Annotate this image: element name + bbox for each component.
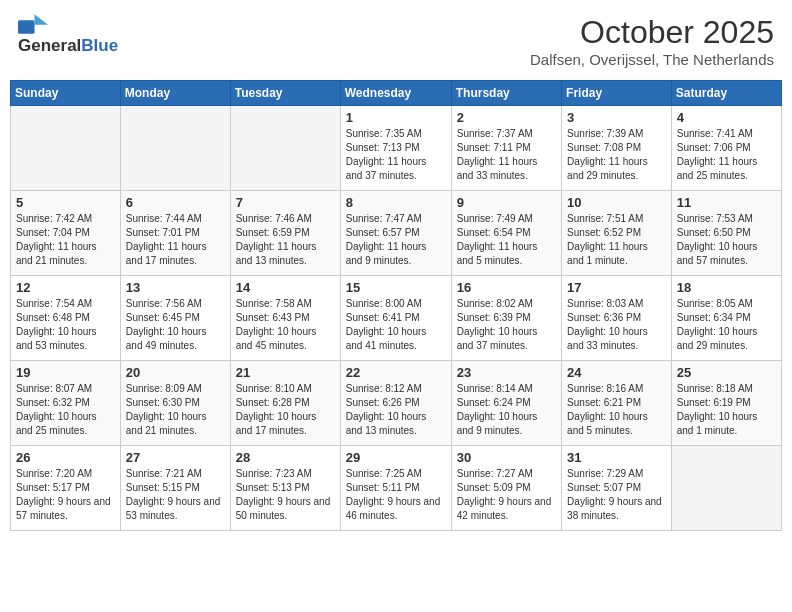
calendar-cell: 31Sunrise: 7:29 AM Sunset: 5:07 PM Dayli…	[562, 446, 672, 531]
week-row: 19Sunrise: 8:07 AM Sunset: 6:32 PM Dayli…	[11, 361, 782, 446]
day-number: 8	[346, 195, 446, 210]
cell-info: Sunrise: 8:03 AM Sunset: 6:36 PM Dayligh…	[567, 297, 666, 353]
cell-info: Sunrise: 7:25 AM Sunset: 5:11 PM Dayligh…	[346, 467, 446, 523]
calendar-cell: 10Sunrise: 7:51 AM Sunset: 6:52 PM Dayli…	[562, 191, 672, 276]
calendar-cell: 20Sunrise: 8:09 AM Sunset: 6:30 PM Dayli…	[120, 361, 230, 446]
calendar-cell: 17Sunrise: 8:03 AM Sunset: 6:36 PM Dayli…	[562, 276, 672, 361]
cell-info: Sunrise: 7:44 AM Sunset: 7:01 PM Dayligh…	[126, 212, 225, 268]
calendar-cell: 2Sunrise: 7:37 AM Sunset: 7:11 PM Daylig…	[451, 106, 561, 191]
day-number: 4	[677, 110, 776, 125]
calendar-cell: 29Sunrise: 7:25 AM Sunset: 5:11 PM Dayli…	[340, 446, 451, 531]
day-of-week-header: Tuesday	[230, 81, 340, 106]
cell-info: Sunrise: 7:53 AM Sunset: 6:50 PM Dayligh…	[677, 212, 776, 268]
day-number: 26	[16, 450, 115, 465]
cell-info: Sunrise: 7:41 AM Sunset: 7:06 PM Dayligh…	[677, 127, 776, 183]
day-number: 1	[346, 110, 446, 125]
day-number: 17	[567, 280, 666, 295]
title-area: October 2025 Dalfsen, Overijssel, The Ne…	[530, 14, 774, 68]
cell-info: Sunrise: 7:21 AM Sunset: 5:15 PM Dayligh…	[126, 467, 225, 523]
cell-info: Sunrise: 7:20 AM Sunset: 5:17 PM Dayligh…	[16, 467, 115, 523]
cell-info: Sunrise: 7:56 AM Sunset: 6:45 PM Dayligh…	[126, 297, 225, 353]
calendar-cell: 18Sunrise: 8:05 AM Sunset: 6:34 PM Dayli…	[671, 276, 781, 361]
calendar-cell: 8Sunrise: 7:47 AM Sunset: 6:57 PM Daylig…	[340, 191, 451, 276]
day-number: 23	[457, 365, 556, 380]
calendar-cell: 7Sunrise: 7:46 AM Sunset: 6:59 PM Daylig…	[230, 191, 340, 276]
day-number: 5	[16, 195, 115, 210]
calendar-cell: 5Sunrise: 7:42 AM Sunset: 7:04 PM Daylig…	[11, 191, 121, 276]
day-number: 21	[236, 365, 335, 380]
cell-info: Sunrise: 7:23 AM Sunset: 5:13 PM Dayligh…	[236, 467, 335, 523]
cell-info: Sunrise: 8:14 AM Sunset: 6:24 PM Dayligh…	[457, 382, 556, 438]
day-number: 19	[16, 365, 115, 380]
cell-info: Sunrise: 7:51 AM Sunset: 6:52 PM Dayligh…	[567, 212, 666, 268]
logo-general: General	[18, 36, 81, 56]
cell-info: Sunrise: 7:54 AM Sunset: 6:48 PM Dayligh…	[16, 297, 115, 353]
cell-info: Sunrise: 8:00 AM Sunset: 6:41 PM Dayligh…	[346, 297, 446, 353]
calendar-cell: 16Sunrise: 8:02 AM Sunset: 6:39 PM Dayli…	[451, 276, 561, 361]
calendar-cell: 12Sunrise: 7:54 AM Sunset: 6:48 PM Dayli…	[11, 276, 121, 361]
cell-info: Sunrise: 8:18 AM Sunset: 6:19 PM Dayligh…	[677, 382, 776, 438]
day-of-week-header: Thursday	[451, 81, 561, 106]
svg-marker-1	[35, 14, 49, 25]
calendar-cell: 1Sunrise: 7:35 AM Sunset: 7:13 PM Daylig…	[340, 106, 451, 191]
day-number: 24	[567, 365, 666, 380]
day-number: 27	[126, 450, 225, 465]
cell-info: Sunrise: 7:42 AM Sunset: 7:04 PM Dayligh…	[16, 212, 115, 268]
cell-info: Sunrise: 8:02 AM Sunset: 6:39 PM Dayligh…	[457, 297, 556, 353]
calendar-cell	[120, 106, 230, 191]
calendar-header-row: SundayMondayTuesdayWednesdayThursdayFrid…	[11, 81, 782, 106]
calendar-cell: 6Sunrise: 7:44 AM Sunset: 7:01 PM Daylig…	[120, 191, 230, 276]
calendar-cell	[230, 106, 340, 191]
calendar-cell: 22Sunrise: 8:12 AM Sunset: 6:26 PM Dayli…	[340, 361, 451, 446]
calendar-cell: 3Sunrise: 7:39 AM Sunset: 7:08 PM Daylig…	[562, 106, 672, 191]
calendar-cell: 21Sunrise: 8:10 AM Sunset: 6:28 PM Dayli…	[230, 361, 340, 446]
day-number: 30	[457, 450, 556, 465]
week-row: 12Sunrise: 7:54 AM Sunset: 6:48 PM Dayli…	[11, 276, 782, 361]
calendar-cell: 13Sunrise: 7:56 AM Sunset: 6:45 PM Dayli…	[120, 276, 230, 361]
calendar-cell: 23Sunrise: 8:14 AM Sunset: 6:24 PM Dayli…	[451, 361, 561, 446]
cell-info: Sunrise: 7:47 AM Sunset: 6:57 PM Dayligh…	[346, 212, 446, 268]
week-row: 26Sunrise: 7:20 AM Sunset: 5:17 PM Dayli…	[11, 446, 782, 531]
day-of-week-header: Monday	[120, 81, 230, 106]
day-of-week-header: Saturday	[671, 81, 781, 106]
week-row: 5Sunrise: 7:42 AM Sunset: 7:04 PM Daylig…	[11, 191, 782, 276]
calendar-cell: 14Sunrise: 7:58 AM Sunset: 6:43 PM Dayli…	[230, 276, 340, 361]
calendar-cell: 25Sunrise: 8:18 AM Sunset: 6:19 PM Dayli…	[671, 361, 781, 446]
day-number: 14	[236, 280, 335, 295]
cell-info: Sunrise: 7:46 AM Sunset: 6:59 PM Dayligh…	[236, 212, 335, 268]
svg-rect-0	[18, 20, 35, 34]
week-row: 1Sunrise: 7:35 AM Sunset: 7:13 PM Daylig…	[11, 106, 782, 191]
day-number: 28	[236, 450, 335, 465]
day-of-week-header: Wednesday	[340, 81, 451, 106]
cell-info: Sunrise: 8:16 AM Sunset: 6:21 PM Dayligh…	[567, 382, 666, 438]
calendar-cell: 11Sunrise: 7:53 AM Sunset: 6:50 PM Dayli…	[671, 191, 781, 276]
location: Dalfsen, Overijssel, The Netherlands	[530, 51, 774, 68]
day-number: 10	[567, 195, 666, 210]
day-number: 15	[346, 280, 446, 295]
cell-info: Sunrise: 8:05 AM Sunset: 6:34 PM Dayligh…	[677, 297, 776, 353]
day-of-week-header: Sunday	[11, 81, 121, 106]
cell-info: Sunrise: 8:07 AM Sunset: 6:32 PM Dayligh…	[16, 382, 115, 438]
day-number: 29	[346, 450, 446, 465]
calendar-cell: 27Sunrise: 7:21 AM Sunset: 5:15 PM Dayli…	[120, 446, 230, 531]
cell-info: Sunrise: 7:37 AM Sunset: 7:11 PM Dayligh…	[457, 127, 556, 183]
day-number: 9	[457, 195, 556, 210]
calendar-cell: 4Sunrise: 7:41 AM Sunset: 7:06 PM Daylig…	[671, 106, 781, 191]
calendar-cell: 26Sunrise: 7:20 AM Sunset: 5:17 PM Dayli…	[11, 446, 121, 531]
page-header: General Blue October 2025 Dalfsen, Overi…	[10, 10, 782, 72]
day-number: 22	[346, 365, 446, 380]
logo-icon	[18, 14, 48, 34]
day-number: 7	[236, 195, 335, 210]
day-number: 11	[677, 195, 776, 210]
day-number: 12	[16, 280, 115, 295]
calendar-cell: 28Sunrise: 7:23 AM Sunset: 5:13 PM Dayli…	[230, 446, 340, 531]
day-number: 2	[457, 110, 556, 125]
logo: General Blue	[18, 14, 118, 56]
cell-info: Sunrise: 7:29 AM Sunset: 5:07 PM Dayligh…	[567, 467, 666, 523]
calendar-table: SundayMondayTuesdayWednesdayThursdayFrid…	[10, 80, 782, 531]
day-of-week-header: Friday	[562, 81, 672, 106]
cell-info: Sunrise: 7:39 AM Sunset: 7:08 PM Dayligh…	[567, 127, 666, 183]
day-number: 31	[567, 450, 666, 465]
day-number: 20	[126, 365, 225, 380]
cell-info: Sunrise: 7:27 AM Sunset: 5:09 PM Dayligh…	[457, 467, 556, 523]
